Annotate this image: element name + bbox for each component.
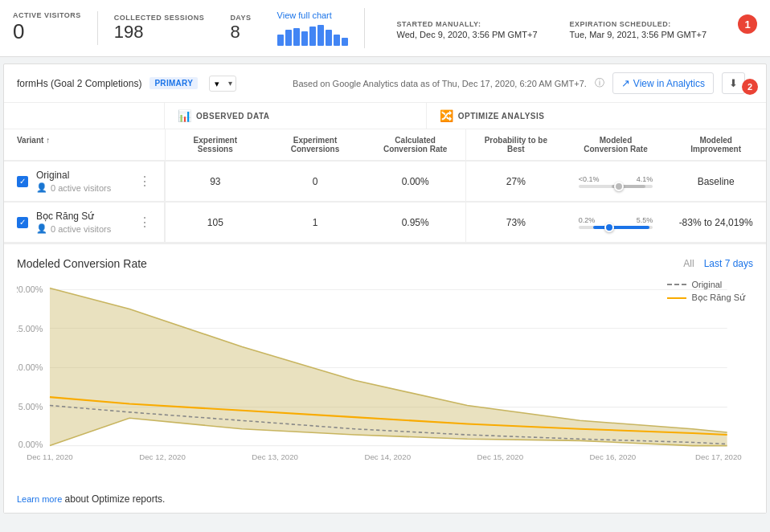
session-info: STARTED MANUALLY: Wed, Dec 9, 2020, 3:56…	[397, 17, 722, 39]
mini-bar	[326, 30, 332, 46]
legend-variant-label: Bọc Răng Sứ	[691, 293, 745, 303]
toolbar: formHs (Goal 2 Completions) PRIMARY ▾ ▾ …	[4, 64, 766, 103]
legend-variant-line	[667, 297, 686, 299]
table-row: ✓ Original 👤 0 active visitors ⋮ 93 0 0.…	[4, 162, 766, 203]
primary-badge: PRIMARY	[149, 77, 198, 89]
original-checkbox[interactable]: ✓	[17, 176, 28, 187]
chart-legend: Original Bọc Răng Sứ	[667, 280, 745, 303]
observed-data-title: OBSERVED DATA	[196, 112, 270, 121]
original-sub: 👤 0 active visitors	[36, 182, 111, 193]
goal-dropdown[interactable]: ▾	[209, 76, 236, 92]
optimize-analysis-title: OPTIMIZE ANALYSIS	[458, 112, 545, 121]
variant-conversions-cell: 1	[265, 203, 366, 243]
view-full-chart-link[interactable]: View full chart	[277, 10, 348, 20]
chart-section: Modeled Conversion Rate All Last 7 days …	[4, 243, 766, 485]
original-variant-cell: ✓ Original 👤 0 active visitors ⋮	[4, 162, 165, 202]
mini-bar	[334, 35, 340, 46]
original-menu-icon[interactable]: ⋮	[138, 174, 151, 189]
legend-original-line	[667, 284, 686, 285]
days-block: DAYS 8	[230, 14, 251, 43]
days-label: DAYS	[230, 14, 251, 22]
svg-text:Dec 14, 2020: Dec 14, 2020	[364, 452, 411, 461]
column-headers-row: Variant ↑ Experiment Sessions Experiment…	[4, 129, 766, 162]
optimize-analysis-section: 🔀 OPTIMIZE ANALYSIS	[427, 103, 766, 129]
modeled-rate-header: Modeled Conversion Rate	[566, 129, 666, 161]
expiration-block: EXPIRATION SCHEDULED: Tue, Mar 9, 2021, …	[570, 20, 707, 39]
variant-range-thumb	[604, 223, 614, 232]
original-modeled-rate-cell: <0.1% 4.1%	[566, 162, 666, 202]
variant-improvement-cell: -83% to 24,019%	[666, 203, 766, 243]
download-icon: ⬇	[729, 77, 738, 89]
mini-bar	[301, 31, 308, 46]
footer: Learn more about Optimize reports.	[4, 485, 766, 513]
svg-text:10.00%: 10.00%	[17, 362, 43, 372]
variant-sub: 👤 0 active visitors	[36, 223, 111, 234]
toolbar-right: Based on Google Analytics data as of Thu…	[293, 72, 753, 94]
variant-range-labels: 0.2% 5.5%	[579, 216, 653, 224]
chart-filters: All Last 7 days	[683, 258, 753, 269]
variant-checkbox[interactable]: ✓	[17, 217, 28, 228]
svg-text:Dec 13, 2020: Dec 13, 2020	[252, 452, 298, 461]
footer-about: about Optimize reports.	[62, 493, 165, 505]
active-visitors-label: ACTIVE VISITORS	[13, 11, 81, 19]
exp-conversions-header: Experiment Conversions	[265, 129, 366, 161]
variant-range-track	[579, 226, 653, 229]
bar-chart-icon: 📊	[178, 109, 191, 122]
variant-info: Bọc Răng Sứ 👤 0 active visitors	[36, 211, 111, 234]
mini-bar	[342, 38, 348, 46]
mini-bar	[309, 27, 316, 46]
chart-title: Modeled Conversion Rate	[17, 257, 147, 270]
variant-name: Bọc Răng Sứ	[36, 211, 111, 222]
legend-variant: Bọc Răng Sứ	[667, 293, 745, 303]
learn-more-link[interactable]: Learn more	[17, 494, 62, 504]
expiration-label: EXPIRATION SCHEDULED:	[570, 20, 707, 28]
variant-calc-rate-cell: 0.95%	[365, 203, 465, 243]
variant-sessions-cell: 105	[165, 203, 265, 243]
svg-text:0.00%: 0.00%	[18, 440, 43, 449]
filter-all[interactable]: All	[683, 258, 694, 269]
original-range-thumb	[614, 182, 624, 191]
original-sessions-cell: 93	[165, 162, 265, 202]
collected-sessions-label: COLLECTED SESSIONS	[114, 14, 205, 22]
started-label: STARTED MANUALLY:	[397, 20, 538, 28]
divider	[364, 8, 365, 48]
calc-rate-header: Calculated Conversion Rate	[365, 129, 465, 161]
badge-1: 1	[738, 14, 757, 34]
view-full-chart-block: View full chart	[277, 10, 348, 46]
mini-bars-chart	[277, 23, 348, 46]
legend-original-label: Original	[691, 280, 722, 289]
sessions-days-block: COLLECTED SESSIONS 198 DAYS 8 View full …	[114, 10, 348, 46]
filter-last-7-days[interactable]: Last 7 days	[704, 258, 753, 269]
person-icon: 👤	[36, 223, 47, 234]
legend-original: Original	[667, 280, 745, 289]
prob-best-header: Probability to be Best	[465, 129, 566, 161]
view-in-analytics-label: View in Analytics	[633, 78, 705, 89]
dropdown-wrapper[interactable]: ▾ ▾	[209, 76, 236, 92]
original-calc-rate-cell: 0.00%	[365, 162, 465, 202]
svg-text:Dec 15, 2020: Dec 15, 2020	[477, 452, 524, 461]
original-prob-cell: 27%	[465, 162, 566, 202]
collected-sessions-value: 198	[114, 22, 205, 43]
svg-text:15.00%: 15.00%	[17, 324, 43, 334]
original-variant-info: Original 👤 0 active visitors	[36, 170, 111, 193]
active-visitors-value: 0	[13, 19, 81, 44]
original-conversions-cell: 0	[265, 162, 366, 202]
days-value: 8	[230, 22, 251, 43]
original-improvement-cell: Baseline	[666, 162, 766, 202]
variant-prob-cell: 73%	[465, 203, 566, 243]
badge-2: 2	[742, 79, 758, 95]
observed-data-section: 📊 OBSERVED DATA	[165, 103, 427, 129]
svg-text:Dec 17, 2020: Dec 17, 2020	[695, 452, 742, 461]
variant-cell: ✓ Bọc Răng Sứ 👤 0 active visitors ⋮	[4, 203, 165, 243]
person-icon: 👤	[36, 182, 47, 193]
view-in-analytics-button[interactable]: ↗ View in Analytics	[612, 72, 714, 94]
variant-col-header: Variant ↑	[4, 129, 165, 161]
svg-text:20.00%: 20.00%	[17, 284, 43, 294]
original-name: Original	[36, 170, 111, 181]
analytics-note: Based on Google Analytics data as of Thu…	[293, 79, 587, 88]
original-range-track	[579, 185, 653, 188]
session-info-row: STARTED MANUALLY: Wed, Dec 9, 2020, 3:56…	[397, 20, 722, 39]
info-icon: ⓘ	[595, 76, 604, 90]
variant-menu-icon[interactable]: ⋮	[138, 215, 151, 230]
expiration-value: Tue, Mar 9, 2021, 3:56 PM GMT+7	[570, 30, 707, 39]
